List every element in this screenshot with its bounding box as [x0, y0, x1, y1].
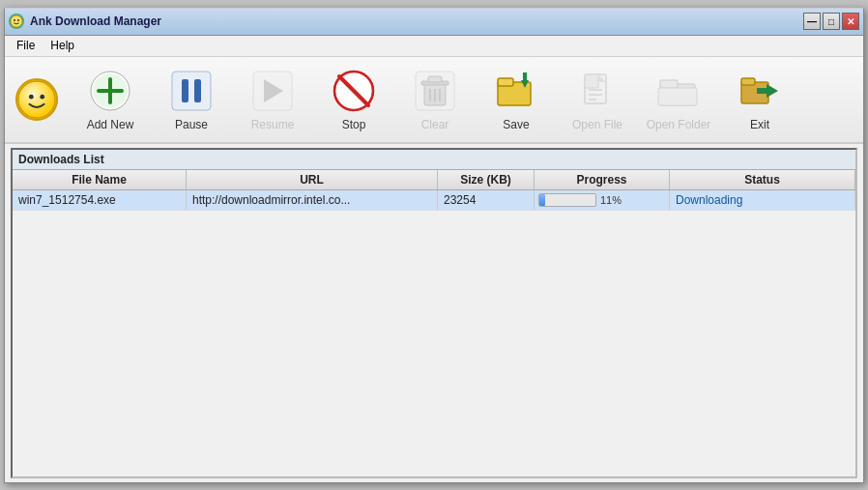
window-title: Ank Download Manager: [30, 14, 161, 28]
svg-rect-37: [658, 88, 697, 105]
svg-point-0: [11, 15, 22, 27]
open-file-button[interactable]: Open File: [558, 61, 637, 138]
svg-point-2: [17, 19, 19, 21]
table-body: win7_1512754.exe http://downloadmirror.i…: [13, 190, 855, 476]
open-file-label: Open File: [572, 118, 622, 131]
progress-text: 11%: [600, 194, 622, 206]
cell-progress: 11%: [535, 190, 670, 210]
cell-status: Downloading: [670, 190, 855, 210]
svg-rect-21: [428, 76, 442, 82]
open-folder-label: Open Folder: [647, 118, 711, 131]
exit-icon: [737, 68, 783, 114]
table-header: File Name URL Size (KB) Progress Status: [13, 170, 855, 190]
open-file-icon: [574, 68, 621, 114]
menu-bar: File Help: [5, 36, 863, 57]
svg-rect-11: [182, 79, 188, 102]
close-button[interactable]: ✕: [842, 13, 859, 30]
pause-icon: [168, 68, 215, 114]
app-logo: [13, 75, 61, 124]
resume-label: Resume: [251, 118, 295, 131]
svg-rect-30: [585, 74, 598, 88]
table-row[interactable]: win7_1512754.exe http://downloadmirror.i…: [13, 190, 855, 211]
downloads-section: Downloads List File Name URL Size (KB) P…: [11, 148, 857, 478]
col-status: Status: [670, 170, 855, 189]
stop-icon: [331, 68, 377, 114]
cell-size: 23254: [438, 190, 535, 210]
open-folder-button[interactable]: Open Folder: [639, 61, 718, 138]
svg-rect-10: [172, 72, 211, 110]
cell-url: http://downloadmirror.intel.co...: [187, 190, 438, 210]
svg-rect-12: [194, 79, 201, 102]
svg-rect-28: [523, 72, 527, 82]
stop-button[interactable]: Stop: [314, 61, 393, 138]
resume-icon: [249, 68, 296, 114]
exit-label: Exit: [750, 118, 769, 131]
save-label: Save: [503, 118, 529, 131]
svg-rect-39: [741, 78, 755, 85]
title-bar: Ank Download Manager — □ ✕: [5, 9, 863, 36]
svg-rect-26: [498, 78, 513, 86]
pause-label: Pause: [175, 118, 208, 131]
add-new-label: Add New: [87, 118, 134, 131]
svg-rect-41: [757, 88, 770, 94]
section-title: Downloads List: [13, 150, 855, 170]
col-url: URL: [187, 170, 438, 189]
cell-filename: win7_1512754.exe: [13, 190, 187, 210]
toolbar: Add New Pause Resume: [5, 57, 863, 144]
svg-point-1: [14, 19, 15, 21]
pause-button[interactable]: Pause: [152, 61, 231, 138]
smiley-face: [15, 78, 58, 121]
minimize-button[interactable]: —: [803, 13, 821, 30]
svg-rect-36: [660, 80, 678, 88]
col-progress: Progress: [535, 170, 670, 189]
open-folder-icon: [655, 68, 702, 114]
add-new-button[interactable]: Add New: [71, 61, 150, 138]
clear-icon: [412, 68, 458, 114]
exit-button[interactable]: Exit: [720, 61, 799, 138]
svg-point-3: [18, 80, 55, 117]
menu-help[interactable]: Help: [43, 37, 82, 54]
save-icon: [493, 68, 539, 114]
col-size: Size (KB): [438, 170, 535, 189]
clear-label: Clear: [421, 118, 449, 131]
maximize-button[interactable]: □: [823, 13, 840, 30]
resume-button[interactable]: Resume: [233, 61, 312, 138]
save-button[interactable]: Save: [477, 61, 556, 138]
progress-bar-bg: [538, 193, 596, 207]
progress-bar-fill: [539, 194, 545, 206]
window-controls: — □ ✕: [803, 13, 859, 30]
menu-file[interactable]: File: [9, 37, 43, 54]
clear-button[interactable]: Clear: [395, 61, 475, 138]
app-icon: [9, 14, 24, 29]
stop-label: Stop: [342, 118, 366, 131]
add-new-icon: [87, 68, 133, 114]
main-window: Ank Download Manager — □ ✕ File Help: [4, 8, 864, 483]
title-bar-left: Ank Download Manager: [9, 14, 161, 29]
svg-point-4: [29, 94, 34, 99]
svg-point-5: [40, 94, 44, 99]
col-filename: File Name: [13, 170, 187, 189]
